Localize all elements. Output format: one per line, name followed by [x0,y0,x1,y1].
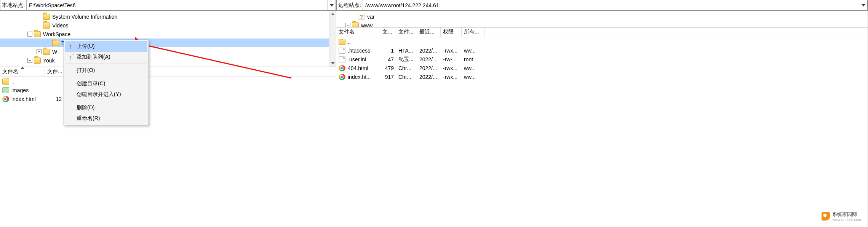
remote-path-row: 远程站点: [336,0,868,11]
list-item[interactable]: .. [336,37,868,46]
local-pane: 本地站点: System Volume Information Videos −… [0,0,336,227]
file-mtime: 2022/... [417,65,441,71]
file-type: 配置... [396,56,417,63]
ctx-open-label: 打开(O) [77,67,95,74]
tree-item[interactable]: System Volume Information [0,12,336,21]
tree-expander[interactable]: + [27,58,32,63]
local-list-header: 文件名 文件... [0,67,336,77]
tree-item[interactable]: + Youk [0,56,336,65]
file-name: .htaccess [348,48,370,54]
file-owner: ww... [462,48,484,54]
tree-expander[interactable]: − [345,23,350,27]
list-item[interactable]: index.ht... 917 Chr... 2022/... -rwx... … [336,72,868,81]
remote-path-input[interactable] [363,0,859,10]
local-file-list: .. images index.html 12 [0,77,336,227]
local-site-label: 本地站点: [0,1,26,10]
file-size: 12 [45,96,64,102]
local-path-dropdown[interactable] [327,0,336,10]
local-path-row: 本地站点: [0,0,336,11]
folder-icon [339,39,345,45]
col-owner[interactable]: 所有... [462,27,484,37]
tree-item[interactable]: − www [336,21,868,27]
folder-icon [43,22,50,29]
file-owner: ww... [462,65,484,71]
context-menu: ↑ 上传(U) ↑ 添加到队列(A) 打开(O) 创建目录(C) 创建目录并进入… [64,40,149,125]
file-type: HTA... [396,48,417,54]
file-mtime: 2022/... [417,48,441,54]
chevron-down-icon [862,4,865,6]
file-type: Chr... [396,65,417,71]
tree-item-label: Videos [52,22,69,29]
file-size: 479 [380,65,396,71]
scroll-track[interactable] [329,18,336,60]
chrome-icon [339,65,345,71]
file-size: 47 [380,56,396,62]
col-filename[interactable]: 文件名 [336,27,380,37]
tree-item-label: System Volume Information [52,14,117,20]
col-mtime[interactable]: 最近... [417,27,441,37]
tree-item-label: Youk [43,58,55,64]
ctx-open[interactable]: 打开(O) [65,65,147,76]
separator [66,101,147,101]
col-filesize[interactable]: 文... [380,27,396,37]
ctx-mkdir-label: 创建目录(C) [77,80,105,87]
tree-expander[interactable]: + [37,49,42,54]
file-size: 917 [380,74,396,80]
tree-item[interactable]: ? var [336,12,868,21]
tree-expander[interactable]: − [27,32,32,37]
ctx-delete[interactable]: 删除(D) [65,102,147,113]
ctx-mkdir-cd[interactable]: 创建目录并进入(Y) [65,89,147,100]
tree-item[interactable]: Te [0,38,336,47]
folder-icon [43,49,50,55]
tree-item[interactable]: Videos [0,21,336,30]
list-item[interactable]: 404.html 479 Chr... 2022/... -rwx... ww.… [336,64,868,72]
list-item[interactable]: .htaccess 1 HTA... 2022/... -rwx... ww..… [336,46,868,55]
file-owner: ww... [462,74,484,80]
local-tree-scrollbar[interactable] [329,11,336,67]
ctx-upload-label: 上传(U) [77,43,94,50]
ctx-add-queue[interactable]: ↑ 添加到队列(A) [65,52,147,62]
tree-item[interactable]: − WorkSpace [0,30,336,38]
list-item[interactable]: images [0,86,336,94]
file-perm: -rwx... [441,48,462,54]
folder-icon [352,22,359,28]
file-name: .. [348,39,351,45]
col-filetype[interactable]: 文件... [396,27,417,37]
folder-icon [52,40,59,46]
list-item[interactable]: .user.ini 47 配置... 2022/... -rw-... root [336,55,868,64]
list-item[interactable]: index.html 12 [0,94,336,103]
file-mtime: 2022/... [417,74,441,80]
file-perm: -rwx... [441,65,462,71]
file-name: .. [11,78,14,85]
system-folder-icon [2,87,9,93]
remote-path-dropdown[interactable] [859,0,867,10]
list-item[interactable]: .. [0,77,336,86]
local-path-input[interactable] [26,0,327,10]
ctx-ren-label: 重命名(R) [77,115,100,122]
chevron-up-icon [331,13,335,15]
ctx-rename[interactable]: 重命名(R) [65,113,147,124]
ctx-del-label: 删除(D) [77,104,94,111]
remote-tree: ? var − www [336,11,868,27]
col-filename[interactable]: 文件名 [0,67,45,77]
col-perm[interactable]: 权限 [441,27,462,37]
folder-icon [34,31,41,37]
file-size: 1 [380,48,396,54]
ctx-mkdir[interactable]: 创建目录(C) [65,78,147,89]
add-queue-icon: ↑ [67,54,74,61]
ctx-queue-label: 添加到队列(A) [77,54,110,61]
file-mtime: 2022/... [417,56,441,62]
local-tree: System Volume Information Videos − WorkS… [0,11,336,67]
file-type: Chr... [396,74,417,80]
scroll-up-button[interactable] [329,11,336,18]
file-perm: -rw-... [441,56,462,62]
scroll-down-button[interactable] [329,60,336,67]
unknown-icon: ? [358,14,365,20]
ctx-upload[interactable]: ↑ 上传(U) [65,41,147,52]
tree-item-label: W [52,49,57,55]
file-name: .user.ini [348,56,366,62]
chrome-icon [2,96,9,102]
ctx-mkcd-label: 创建目录并进入(Y) [77,91,121,98]
tree-item[interactable]: + W [0,47,336,56]
remote-list-header: 文件名 文... 文件... 最近... 权限 所有... [336,27,868,37]
